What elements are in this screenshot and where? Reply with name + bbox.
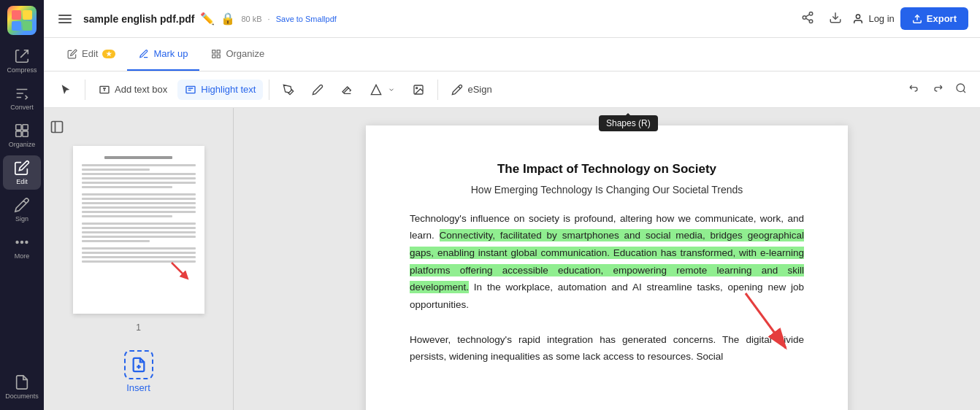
sidebar-sign-label: Sign xyxy=(15,215,28,223)
svg-point-13 xyxy=(810,20,814,23)
sidebar-item-sign[interactable]: Sign xyxy=(3,193,41,227)
share-button[interactable] xyxy=(797,7,819,31)
sidebar-edit-label: Edit xyxy=(16,178,28,185)
page-thumbnail[interactable] xyxy=(73,146,204,314)
sidebar-item-more[interactable]: More xyxy=(3,230,41,264)
thumb-content xyxy=(73,146,204,314)
save-to-smallpdf-link[interactable]: Save to Smallpdf xyxy=(276,15,337,23)
svg-rect-5 xyxy=(23,125,28,130)
pencil-tool[interactable] xyxy=(305,80,331,100)
svg-rect-21 xyxy=(218,55,221,58)
shapes-tooltip: Shapes (R) xyxy=(599,115,658,131)
pdf-page: The Impact of Technology on Society How … xyxy=(366,125,848,410)
sidebar-item-documents[interactable]: Documents xyxy=(3,370,41,404)
highlight-text-label: Highlight text xyxy=(201,84,256,95)
highlight-text-button[interactable]: Highlight text xyxy=(177,80,263,100)
svg-point-8 xyxy=(16,241,18,244)
svg-rect-19 xyxy=(213,50,215,53)
tab-organize[interactable]: Organize xyxy=(199,38,276,71)
svg-rect-29 xyxy=(52,122,63,133)
insert-label: Insert xyxy=(126,382,150,393)
sidebar-documents-label: Documents xyxy=(5,392,39,400)
para1-end: In the workplace, automation and AI stre… xyxy=(410,282,804,310)
thumb-arrow-annotation xyxy=(168,259,194,285)
main-area: sample english pdf.pdf ✏️ 🔒 80 kB · Save… xyxy=(44,0,980,410)
sidebar-compress-label: Compress xyxy=(7,66,37,74)
svg-rect-4 xyxy=(16,125,21,130)
pdf-body: Technology's influence on society is pro… xyxy=(410,210,804,314)
lock-icon[interactable]: 🔒 xyxy=(221,12,235,26)
toolbar-separator-1 xyxy=(85,80,85,100)
insert-button[interactable]: Insert xyxy=(124,350,153,393)
toolbar: Add text box Highlight text xyxy=(44,71,980,108)
add-textbox-label: Add text box xyxy=(115,84,167,95)
sidebar-item-convert[interactable]: Convert xyxy=(3,81,41,115)
file-size: 80 kB xyxy=(241,15,261,23)
content-area: 1 Insert The Impact of Technology on Soc… xyxy=(44,108,980,410)
app-logo[interactable] xyxy=(7,6,37,35)
left-sidebar: Compress Convert Organize Edit Sign xyxy=(0,0,44,410)
pdf-title: The Impact of Technology on Society xyxy=(410,160,804,178)
svg-line-14 xyxy=(806,18,810,20)
tab-edit[interactable]: Edit ★ xyxy=(55,38,127,71)
pdf-subtitle: How Emerging Technology Is Changing Our … xyxy=(410,184,804,196)
file-info: sample english pdf.pdf ✏️ 🔒 80 kB · Save… xyxy=(83,12,788,26)
page-panel: 1 Insert xyxy=(44,108,234,410)
svg-line-28 xyxy=(963,90,965,93)
page-number: 1 xyxy=(136,322,141,333)
cursor-tool[interactable] xyxy=(53,80,79,100)
file-name: sample english pdf.pdf xyxy=(83,13,194,25)
edit-badge: ★ xyxy=(102,50,115,58)
svg-line-32 xyxy=(172,263,186,277)
svg-point-11 xyxy=(810,12,814,16)
pen-tool[interactable] xyxy=(275,80,302,100)
search-button[interactable] xyxy=(951,78,971,101)
svg-point-12 xyxy=(803,16,807,20)
sidebar-item-organize[interactable]: Organize xyxy=(3,118,41,152)
tab-markup[interactable]: Mark up xyxy=(127,38,199,71)
sidebar-organize-label: Organize xyxy=(9,141,36,148)
tab-bar: Edit ★ Mark up Organize xyxy=(44,38,980,71)
tab-markup-label: Mark up xyxy=(153,48,188,59)
svg-rect-7 xyxy=(23,131,28,136)
login-label: Log in xyxy=(868,13,894,24)
export-label: Export xyxy=(927,13,957,24)
toolbar-separator-2 xyxy=(269,80,269,100)
menu-button[interactable] xyxy=(55,12,74,26)
toolbar-right xyxy=(904,78,971,101)
esign-tool[interactable]: eSign xyxy=(444,80,499,100)
sidebar-item-edit[interactable]: Edit xyxy=(3,155,41,190)
edit-filename-icon[interactable]: ✏️ xyxy=(200,12,215,26)
file-action-icons: ✏️ 🔒 xyxy=(200,12,235,26)
shapes-tool[interactable] xyxy=(363,80,402,100)
para2-start: However, technology's rapid integration … xyxy=(410,334,804,363)
toggle-sidebar-button[interactable] xyxy=(50,120,64,137)
download-button[interactable] xyxy=(824,7,846,31)
export-button[interactable]: Export xyxy=(900,7,968,30)
eraser-tool[interactable] xyxy=(334,80,360,100)
pdf-viewer: The Impact of Technology on Society How … xyxy=(234,108,980,410)
add-textbox-button[interactable]: Add text box xyxy=(91,80,175,100)
svg-rect-2 xyxy=(12,21,21,31)
svg-point-10 xyxy=(26,241,28,244)
sidebar-item-compress[interactable]: Compress xyxy=(3,44,41,78)
tab-edit-label: Edit xyxy=(82,48,98,59)
svg-rect-6 xyxy=(16,131,21,136)
svg-point-9 xyxy=(21,241,23,244)
sidebar-more-label: More xyxy=(15,252,30,260)
toolbar-separator-3 xyxy=(437,80,438,100)
login-button[interactable]: Log in xyxy=(852,13,894,25)
svg-rect-0 xyxy=(12,10,21,20)
sidebar-convert-label: Convert xyxy=(10,104,34,111)
redo-button[interactable] xyxy=(927,78,948,101)
pdf-body-2: However, technology's rapid integration … xyxy=(410,331,804,365)
image-tool[interactable] xyxy=(405,80,432,100)
esign-label: eSign xyxy=(467,84,491,95)
svg-rect-22 xyxy=(213,55,215,58)
svg-rect-1 xyxy=(23,10,32,20)
svg-point-17 xyxy=(857,15,860,18)
svg-point-27 xyxy=(957,84,965,92)
header-right: Log in Export xyxy=(797,7,968,31)
svg-point-26 xyxy=(416,87,418,88)
undo-button[interactable] xyxy=(904,78,925,101)
